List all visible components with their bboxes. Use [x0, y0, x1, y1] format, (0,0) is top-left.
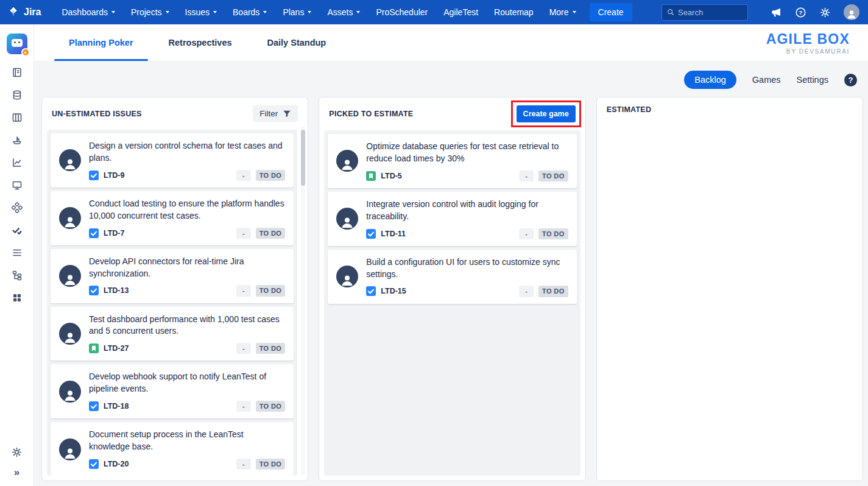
issue-title: Build a configuration UI for users to cu… — [366, 256, 568, 281]
view-nav-row: Backlog Games Settings ? — [45, 71, 857, 89]
scrollbar-thumb[interactable] — [301, 130, 305, 186]
nav-menu-item[interactable]: Dashboards — [62, 7, 115, 17]
ship-icon[interactable] — [11, 134, 23, 146]
help-icon[interactable]: ? — [844, 74, 857, 86]
nav-menu-item[interactable]: Assets — [327, 7, 360, 17]
main-area: Planning Poker Retrospectives Daily Stan… — [34, 24, 868, 486]
settings-gear-icon[interactable] — [819, 7, 831, 18]
view-nav-label: Games — [752, 75, 781, 85]
view-nav-link[interactable]: Backlog — [684, 71, 736, 89]
assignee-avatar — [336, 150, 358, 172]
nav-menu-item[interactable]: Boards — [233, 7, 267, 17]
assignee-avatar — [59, 323, 81, 345]
chevron-down-icon — [213, 11, 217, 13]
svg-text:?: ? — [799, 9, 803, 15]
issue-card[interactable]: Design a version control schema for test… — [51, 133, 294, 188]
issue-meta: LTD-9 - TO DO — [89, 170, 285, 181]
jira-logo[interactable]: Jira — [7, 6, 41, 18]
top-navigation-bar: Jira Dashboards Projects Issues Boards P… — [0, 0, 868, 24]
app-tab[interactable]: Retrospectives — [169, 24, 232, 61]
issue-body: Conduct load testing to ensure the platf… — [89, 198, 285, 239]
issue-card[interactable]: Optimize database queries for test case … — [328, 134, 576, 188]
issue-key: LTD-18 — [104, 402, 129, 410]
nav-menu-item-label: More — [549, 7, 569, 17]
app-tab[interactable]: Daily Standup — [267, 24, 326, 61]
nav-menu-item-label: ProScheduler — [376, 7, 428, 17]
assignee-avatar — [59, 265, 81, 287]
hierarchy-icon[interactable] — [11, 269, 23, 281]
assignee-avatar — [59, 149, 81, 171]
create-button[interactable]: Create — [590, 3, 632, 21]
expand-icon[interactable]: » — [14, 467, 19, 477]
app-tab[interactable]: Planning Poker — [69, 24, 133, 61]
filter-button[interactable]: Filter — [253, 105, 298, 122]
create-game-button[interactable]: Create game — [517, 105, 576, 122]
shapes-icon[interactable] — [11, 202, 23, 214]
issue-body: Design a version control schema for test… — [89, 140, 285, 181]
checks-icon[interactable] — [11, 224, 23, 236]
unestimated-panel: UN-ESTIMATED ISSUES Filter Design a v — [41, 97, 308, 481]
nav-menu-item[interactable]: Routemap — [494, 7, 534, 17]
issue-meta: LTD-27 - TO DO — [89, 343, 285, 354]
nav-menu-item-label: Assets — [327, 7, 353, 17]
issue-type-icon — [89, 171, 99, 180]
issue-meta: LTD-13 - TO DO — [89, 285, 285, 296]
user-avatar[interactable] — [844, 4, 859, 20]
chevron-down-icon — [166, 11, 169, 13]
announcement-icon[interactable] — [771, 7, 782, 18]
estimated-panel-header: ESTIMATED — [597, 97, 863, 122]
issue-card[interactable]: Integrate version control with audit log… — [328, 192, 576, 246]
nav-menu-item[interactable]: AgileTest — [443, 7, 478, 17]
nav-right: ? — [662, 4, 859, 21]
search-box[interactable] — [662, 4, 748, 21]
status-badge: TO DO — [256, 343, 286, 354]
help-icon[interactable]: ? — [795, 7, 806, 18]
issue-title: Develop webhook support to notify LeanTe… — [89, 371, 285, 395]
search-input[interactable] — [678, 8, 743, 17]
board-columns-icon[interactable] — [11, 111, 23, 124]
estimate-badge: - — [519, 286, 534, 297]
view-nav-label: Backlog — [694, 75, 726, 85]
status-badge: TO DO — [256, 459, 286, 470]
nav-menu-item[interactable]: Issues — [185, 7, 217, 17]
view-nav-link[interactable]: Games — [752, 75, 781, 85]
nav-menu-item-label: Plans — [283, 7, 304, 17]
database-icon[interactable] — [11, 89, 23, 101]
issue-card[interactable]: Document setup process in the LeanTest k… — [51, 422, 294, 476]
chart-icon[interactable] — [11, 157, 23, 169]
nav-menu-item[interactable]: More — [549, 7, 576, 17]
grid-icon[interactable] — [11, 292, 23, 304]
backlog-lines-icon[interactable] — [11, 247, 23, 259]
assignee-avatar — [336, 266, 358, 287]
issue-type-icon — [366, 286, 376, 296]
issue-card[interactable]: Build a configuration UI for users to cu… — [328, 250, 576, 304]
chevron-down-icon — [263, 11, 267, 13]
nav-menu-item-label: Dashboards — [62, 7, 108, 17]
issue-title: Conduct load testing to ensure the platf… — [89, 198, 285, 222]
filter-funnel-icon — [283, 110, 291, 118]
book-icon[interactable] — [11, 66, 23, 79]
issue-card[interactable]: Develop API connectors for real-time Jir… — [51, 249, 294, 303]
agile-box-app-icon[interactable] — [7, 33, 27, 54]
monitor-icon[interactable] — [11, 179, 23, 191]
app-tabs-bar: Planning Poker Retrospectives Daily Stan… — [34, 24, 868, 62]
issue-card[interactable]: Conduct load testing to ensure the platf… — [51, 191, 294, 245]
issue-card[interactable]: Test dashboard performance with 1,000 te… — [51, 307, 294, 361]
issue-key: LTD-5 — [381, 172, 402, 180]
nav-menu-item[interactable]: Plans — [283, 7, 311, 17]
nav-menu-item[interactable]: ProScheduler — [376, 7, 428, 17]
settings-gear-icon[interactable] — [11, 446, 23, 458]
issue-key: LTD-15 — [381, 287, 406, 295]
status-badge: TO DO — [256, 401, 286, 412]
view-nav-link[interactable]: Settings — [797, 75, 828, 85]
panel-title: ESTIMATED — [607, 105, 652, 114]
issue-body: Test dashboard performance with 1,000 te… — [89, 314, 285, 354]
picked-issue-list: Optimize database queries for test case … — [324, 130, 580, 476]
nav-menu-item[interactable]: Projects — [131, 7, 169, 17]
issue-key: LTD-20 — [104, 460, 129, 468]
picked-panel-header: PICKED TO ESTIMATE Create game — [319, 97, 585, 130]
scrollbar[interactable] — [301, 126, 305, 476]
issue-card[interactable]: Develop webhook support to notify LeanTe… — [51, 364, 294, 418]
agile-box-title: AGILE BOX — [766, 31, 850, 48]
issue-key: LTD-27 — [104, 344, 129, 353]
